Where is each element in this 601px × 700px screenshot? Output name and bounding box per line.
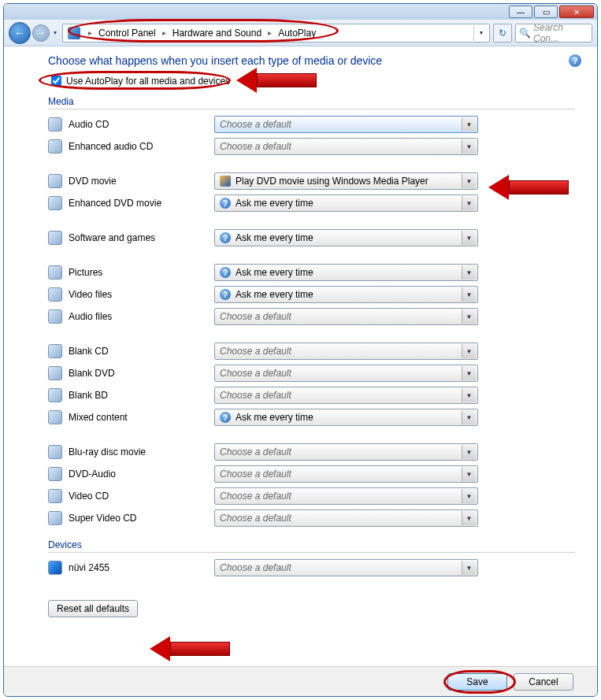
combo-placeholder: Choose a default bbox=[220, 513, 291, 524]
chevron-down-icon: ▼ bbox=[462, 117, 476, 131]
nav-history-dropdown[interactable]: ▾ bbox=[51, 25, 59, 41]
combo-placeholder: Choose a default bbox=[220, 368, 291, 379]
combo-audio-files[interactable]: Choose a default ▼ bbox=[214, 308, 478, 325]
combo-dvd-movie[interactable]: Play DVD movie using Windows Media Playe… bbox=[214, 172, 478, 190]
titlebar: — ▭ ✕ bbox=[4, 4, 597, 20]
close-button[interactable]: ✕ bbox=[559, 6, 594, 18]
disc-icon bbox=[48, 445, 62, 459]
breadcrumb-hardware-sound[interactable]: Hardware and Sound bbox=[171, 28, 263, 39]
breadcrumb-sep: ▸ bbox=[263, 28, 276, 37]
search-placeholder: Search Con... bbox=[533, 24, 588, 43]
row-pictures: Pictures ? Ask me every time ▼ bbox=[48, 262, 575, 283]
combo-dvd-audio[interactable]: Choose a default ▼ bbox=[214, 465, 478, 483]
combo-nuvi[interactable]: Choose a default ▼ bbox=[214, 559, 478, 576]
chevron-down-icon: ▼ bbox=[462, 231, 476, 245]
row-blank-bd: Blank BD Choose a default ▼ bbox=[48, 385, 575, 406]
maximize-button[interactable]: ▭ bbox=[534, 6, 558, 18]
chevron-down-icon: ▼ bbox=[462, 309, 476, 324]
combo-super-video-cd[interactable]: Choose a default ▼ bbox=[214, 509, 478, 527]
chevron-down-icon: ▼ bbox=[462, 196, 476, 210]
combo-placeholder: Choose a default bbox=[220, 446, 291, 457]
label-enh-audio-cd: Enhanced audio CD bbox=[69, 141, 214, 152]
chevron-down-icon: ▼ bbox=[462, 388, 476, 402]
row-blank-dvd: Blank DVD Choose a default ▼ bbox=[48, 363, 575, 383]
search-icon: 🔍 bbox=[519, 28, 531, 39]
search-input[interactable]: 🔍 Search Con... bbox=[515, 24, 592, 43]
pictures-icon bbox=[48, 265, 62, 280]
nav-back-button[interactable]: ← bbox=[9, 22, 31, 44]
label-blank-cd: Blank CD bbox=[69, 346, 214, 357]
chevron-down-icon: ▼ bbox=[462, 344, 476, 358]
combo-placeholder: Choose a default bbox=[220, 491, 291, 502]
disc-icon bbox=[48, 511, 62, 525]
chevron-down-icon: ▼ bbox=[462, 467, 476, 481]
label-super-video-cd: Super Video CD bbox=[69, 513, 214, 524]
chevron-down-icon: ▼ bbox=[462, 287, 476, 302]
row-software-games: Software and games ? Ask me every time ▼ bbox=[48, 228, 575, 248]
breadcrumb-autoplay[interactable]: AutoPlay bbox=[276, 28, 317, 39]
combo-mixed-content[interactable]: ? Ask me every time ▼ bbox=[214, 409, 478, 426]
combo-value: Ask me every time bbox=[236, 232, 313, 243]
combo-enh-dvd-movie[interactable]: ? Ask me every time ▼ bbox=[214, 194, 478, 212]
combo-placeholder: Choose a default bbox=[220, 311, 291, 322]
label-blank-dvd: Blank DVD bbox=[69, 368, 214, 379]
combo-placeholder: Choose a default bbox=[220, 469, 291, 480]
video-icon bbox=[48, 287, 62, 302]
section-media: Media bbox=[48, 96, 575, 109]
row-mixed-content: Mixed content ? Ask me every time ▼ bbox=[48, 407, 575, 428]
row-enh-audio-cd: Enhanced audio CD Choose a default ▼ bbox=[48, 136, 575, 157]
label-audio-cd: Audio CD bbox=[69, 119, 214, 130]
row-dvd-movie: DVD movie Play DVD movie using Windows M… bbox=[48, 171, 575, 191]
help-icon[interactable]: ? bbox=[569, 54, 581, 67]
label-video-cd: Video CD bbox=[69, 491, 214, 502]
reset-defaults-button[interactable]: Reset all defaults bbox=[48, 600, 138, 617]
cd-icon bbox=[48, 139, 62, 154]
row-video-files: Video files ? Ask me every time ▼ bbox=[48, 284, 575, 305]
chevron-down-icon: ▼ bbox=[462, 366, 476, 380]
combo-placeholder: Choose a default bbox=[220, 346, 291, 357]
combo-blank-bd[interactable]: Choose a default ▼ bbox=[214, 387, 478, 404]
software-icon bbox=[48, 231, 62, 245]
breadcrumb-sep: ▸ bbox=[83, 28, 97, 37]
chevron-down-icon: ▼ bbox=[462, 445, 476, 459]
breadcrumb-sep: ▸ bbox=[158, 28, 171, 37]
breadcrumb-control-panel[interactable]: Control Panel bbox=[97, 28, 158, 39]
chevron-down-icon: ▼ bbox=[462, 410, 476, 424]
combo-audio-cd[interactable]: Choose a default ▼ bbox=[214, 116, 478, 133]
chevron-down-icon: ▼ bbox=[462, 265, 476, 280]
combo-video-cd[interactable]: Choose a default ▼ bbox=[214, 487, 478, 505]
row-bluray: Blu-ray disc movie Choose a default ▼ bbox=[48, 442, 575, 462]
nav-forward-button[interactable]: → bbox=[32, 24, 50, 42]
dvd-icon bbox=[48, 196, 62, 210]
label-blank-bd: Blank BD bbox=[69, 390, 214, 401]
breadcrumb-dropdown[interactable]: ▾ bbox=[473, 25, 488, 41]
combo-enh-audio-cd[interactable]: Choose a default ▼ bbox=[214, 138, 478, 155]
combo-bluray[interactable]: Choose a default ▼ bbox=[214, 443, 478, 461]
minimize-button[interactable]: — bbox=[509, 6, 532, 18]
disc-icon bbox=[48, 344, 62, 358]
cancel-button[interactable]: Cancel bbox=[514, 673, 573, 691]
question-icon: ? bbox=[220, 198, 231, 209]
combo-blank-cd[interactable]: Choose a default ▼ bbox=[214, 343, 478, 360]
row-enh-dvd-movie: Enhanced DVD movie ? Ask me every time ▼ bbox=[48, 193, 575, 213]
use-autoplay-checkbox[interactable] bbox=[51, 76, 61, 86]
combo-video-files[interactable]: ? Ask me every time ▼ bbox=[214, 286, 478, 303]
combo-value: Play DVD movie using Windows Media Playe… bbox=[236, 176, 428, 187]
combo-pictures[interactable]: ? Ask me every time ▼ bbox=[214, 264, 478, 281]
combo-blank-dvd[interactable]: Choose a default ▼ bbox=[214, 365, 478, 382]
breadcrumb[interactable]: ▸ Control Panel ▸ Hardware and Sound ▸ A… bbox=[62, 24, 490, 43]
question-icon: ? bbox=[220, 412, 231, 423]
page-title: Choose what happens when you insert each… bbox=[48, 54, 575, 70]
refresh-button[interactable]: ↻ bbox=[493, 24, 512, 43]
save-button[interactable]: Save bbox=[447, 673, 507, 691]
location-icon bbox=[68, 27, 80, 39]
combo-software-games[interactable]: ? Ask me every time ▼ bbox=[214, 229, 478, 246]
combo-value: Ask me every time bbox=[236, 267, 313, 278]
label-pictures: Pictures bbox=[69, 267, 214, 278]
row-video-cd: Video CD Choose a default ▼ bbox=[48, 486, 575, 506]
chevron-down-icon: ▼ bbox=[462, 511, 476, 525]
chevron-down-icon: ▼ bbox=[462, 174, 476, 188]
label-audio-files: Audio files bbox=[69, 311, 214, 322]
label-dvd-audio: DVD-Audio bbox=[69, 469, 214, 480]
chevron-down-icon: ▼ bbox=[462, 139, 476, 154]
